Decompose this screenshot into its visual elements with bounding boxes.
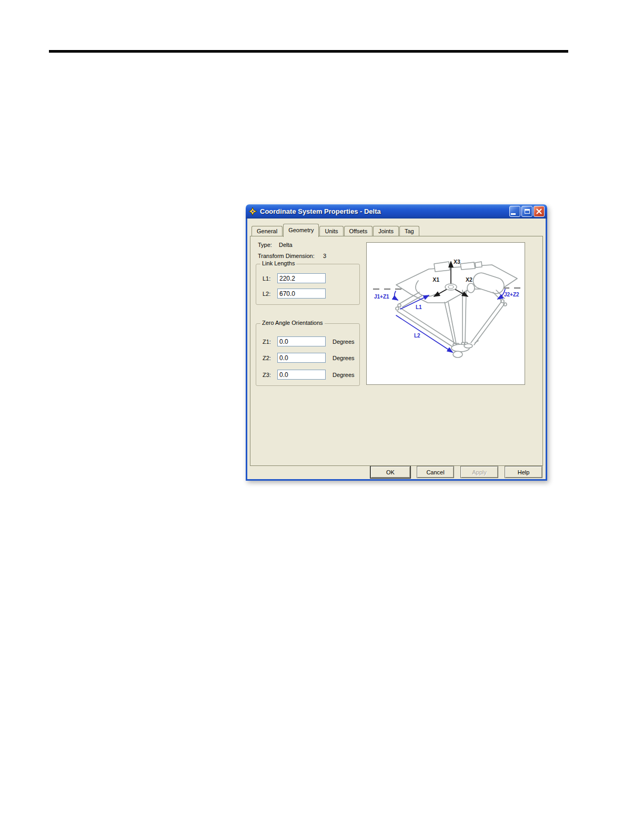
tab-general[interactable]: General (251, 226, 283, 236)
z1-input[interactable] (277, 336, 326, 346)
close-icon[interactable] (534, 206, 545, 217)
header-rule (49, 50, 568, 53)
diagram-label-x3: X3 (454, 259, 460, 265)
tab-joints[interactable]: Joints (373, 226, 399, 236)
z1-label: Z1: (263, 339, 271, 345)
help-button[interactable]: Help (505, 466, 542, 478)
dialog-titlebar[interactable]: Coordinate System Properties - Delta (246, 204, 547, 219)
diagram-label-x2: X2 (466, 276, 472, 283)
coordinate-system-app-icon (248, 207, 257, 216)
l2-input[interactable] (277, 289, 326, 299)
diagram-label-x1: X1 (432, 276, 439, 283)
dialog-body: General Geometry Units Offsets Joints Ta… (246, 219, 547, 481)
z3-input[interactable] (277, 370, 326, 380)
delta-robot-diagram: X3 X1 X2 J1+Z1 J2+Z2 L1 L2 (367, 243, 525, 384)
z1-unit: Degrees (333, 339, 355, 345)
cancel-button[interactable]: Cancel (417, 466, 454, 478)
transform-dimension-value: 3 (323, 253, 326, 259)
diagram-label-l1: L1 (416, 304, 422, 310)
z3-label: Z3: (263, 372, 271, 378)
diagram-label-l2: L2 (414, 333, 420, 339)
l1-label: L1: (263, 275, 270, 282)
tab-units[interactable]: Units (319, 226, 343, 236)
z2-input[interactable] (277, 353, 326, 363)
tab-geometry[interactable]: Geometry (283, 224, 319, 237)
transform-dimension-label: Transform Dimension: (258, 253, 315, 259)
apply-button[interactable]: Apply (460, 466, 498, 478)
tab-offsets[interactable]: Offsets (344, 226, 373, 236)
delta-robot-diagram-panel: X3 X1 X2 J1+Z1 J2+Z2 L1 L2 (366, 242, 525, 385)
coordinate-system-properties-dialog: Coordinate System Properties - Delta Gen… (246, 204, 547, 481)
tab-tag[interactable]: Tag (399, 226, 419, 236)
document-page: Coordinate System Properties - Delta Gen… (0, 0, 644, 834)
dialog-title: Coordinate System Properties - Delta (260, 207, 509, 215)
zero-angle-orientations-group: Zero Angle Orientations Z1: Degrees Z2: … (256, 323, 360, 386)
type-label: Type: (258, 242, 272, 248)
ok-button[interactable]: OK (370, 466, 410, 478)
window-controls (509, 206, 545, 217)
z3-unit: Degrees (333, 372, 355, 378)
minimize-icon[interactable] (509, 206, 520, 217)
l1-input[interactable] (277, 273, 326, 283)
diagram-label-j2-z2: J2+Z2 (504, 292, 519, 297)
z2-label: Z2: (263, 355, 271, 361)
tab-strip: General Geometry Units Offsets Joints Ta… (251, 223, 420, 236)
l2-label: L2: (263, 291, 270, 297)
z2-unit: Degrees (333, 355, 355, 361)
link-lengths-group-title: Link Lengths (260, 260, 296, 266)
maximize-icon[interactable] (521, 206, 532, 217)
diagram-label-j1-z1: J1+Z1 (374, 294, 389, 300)
geometry-tab-page: Type: Delta Transform Dimension: 3 Link … (250, 236, 543, 466)
link-lengths-group: Link Lengths L1: L2: (256, 264, 360, 305)
zero-angle-group-title: Zero Angle Orientations (260, 320, 325, 326)
type-value: Delta (279, 242, 293, 248)
